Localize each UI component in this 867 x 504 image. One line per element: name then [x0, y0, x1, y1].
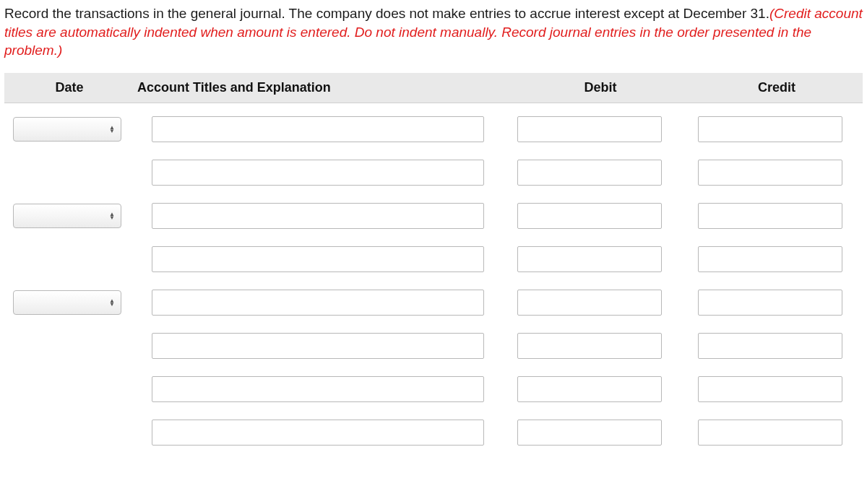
table-row: ▲▼: [4, 290, 863, 333]
table-row: [4, 333, 863, 376]
header-debit: Debit: [510, 80, 691, 95]
account-title-input[interactable]: [152, 376, 484, 402]
table-row: [4, 246, 863, 290]
header-date: Date: [4, 80, 134, 95]
credit-input[interactable]: [698, 376, 842, 402]
debit-input[interactable]: [517, 246, 662, 272]
instructions: Record the transactions in the general j…: [4, 4, 863, 73]
credit-input[interactable]: [698, 116, 842, 142]
debit-input[interactable]: [517, 116, 662, 142]
account-title-input[interactable]: [152, 333, 484, 359]
table-row: [4, 420, 863, 459]
account-title-input[interactable]: [152, 290, 484, 316]
stepper-icon: ▲▼: [109, 212, 115, 220]
date-select[interactable]: ▲▼: [13, 117, 121, 142]
debit-input[interactable]: [517, 290, 662, 316]
header-account: Account Titles and Explanation: [134, 80, 510, 95]
credit-input[interactable]: [698, 420, 842, 446]
debit-input[interactable]: [517, 160, 662, 186]
debit-input[interactable]: [517, 376, 662, 402]
header-credit: Credit: [691, 80, 863, 95]
debit-input[interactable]: [517, 420, 662, 446]
stepper-icon: ▲▼: [109, 126, 115, 133]
table-header-row: Date Account Titles and Explanation Debi…: [4, 73, 863, 103]
credit-input[interactable]: [698, 160, 842, 186]
date-select[interactable]: ▲▼: [13, 204, 121, 228]
table-row: ▲▼: [4, 116, 863, 160]
date-select[interactable]: ▲▼: [13, 290, 121, 315]
journal-table: Date Account Titles and Explanation Debi…: [4, 73, 863, 459]
credit-input[interactable]: [698, 290, 842, 316]
stepper-icon: ▲▼: [109, 299, 115, 306]
table-row: [4, 160, 863, 203]
table-row: [4, 376, 863, 420]
instructions-black: Record the transactions in the general j…: [4, 6, 769, 21]
debit-input[interactable]: [517, 203, 662, 229]
account-title-input[interactable]: [152, 246, 484, 272]
debit-input[interactable]: [517, 333, 662, 359]
account-title-input[interactable]: [152, 203, 484, 229]
table-row: ▲▼: [4, 203, 863, 246]
credit-input[interactable]: [698, 246, 842, 272]
credit-input[interactable]: [698, 333, 842, 359]
account-title-input[interactable]: [152, 420, 484, 446]
credit-input[interactable]: [698, 203, 842, 229]
account-title-input[interactable]: [152, 160, 484, 186]
account-title-input[interactable]: [152, 116, 484, 142]
